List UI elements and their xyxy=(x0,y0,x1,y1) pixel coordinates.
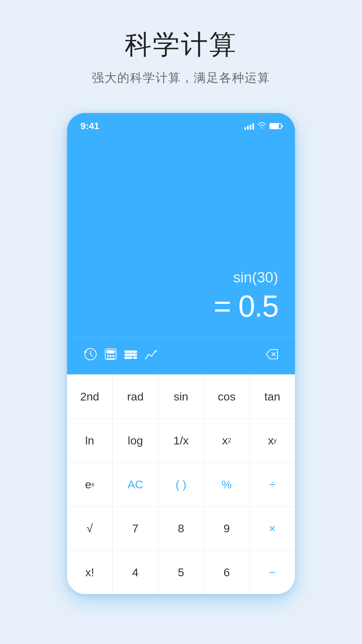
key-9[interactable]: 9 xyxy=(204,506,250,550)
key-square[interactable]: x2 xyxy=(204,419,250,462)
key-exp[interactable]: ex xyxy=(67,463,113,506)
svg-point-4 xyxy=(110,355,111,357)
key-ln[interactable]: ln xyxy=(67,419,113,462)
key-sqrt[interactable]: √ xyxy=(67,506,113,550)
svg-rect-10 xyxy=(125,354,137,356)
key-6[interactable]: 6 xyxy=(204,550,250,594)
wifi-icon xyxy=(257,121,266,131)
key-row-1: 2nd rad sin cos tan xyxy=(67,374,295,418)
phone-mockup: 9:41 sin(30) = 0.5 xyxy=(67,113,295,594)
key-8[interactable]: 8 xyxy=(158,506,204,550)
keyboard-button[interactable] xyxy=(121,344,141,364)
svg-point-8 xyxy=(113,358,114,359)
key-5[interactable]: 5 xyxy=(158,550,204,594)
key-rad[interactable]: rad xyxy=(113,375,158,418)
svg-point-6 xyxy=(107,358,109,359)
key-log[interactable]: log xyxy=(113,419,158,462)
key-multiply[interactable]: × xyxy=(250,506,295,550)
result-display: = 0.5 xyxy=(214,289,278,324)
status-icons xyxy=(244,121,282,131)
svg-point-7 xyxy=(110,358,111,359)
key-reciprocal[interactable]: 1/x xyxy=(158,419,204,462)
expression-display: sin(30) xyxy=(233,269,279,286)
battery-icon xyxy=(269,123,282,129)
key-factorial[interactable]: x! xyxy=(67,550,113,594)
signal-icon xyxy=(244,122,254,130)
display-area: sin(30) = 0.5 xyxy=(67,136,295,337)
key-row-4: √ 7 8 9 × xyxy=(67,506,295,550)
status-time: 9:41 xyxy=(80,121,99,131)
key-4[interactable]: 4 xyxy=(113,550,158,594)
chart-button[interactable] xyxy=(141,344,161,364)
key-tan[interactable]: tan xyxy=(250,375,295,418)
key-cos[interactable]: cos xyxy=(204,375,250,418)
key-parens[interactable]: ( ) xyxy=(158,463,204,506)
key-minus[interactable]: − xyxy=(250,550,295,594)
backspace-button[interactable] xyxy=(261,344,282,364)
svg-point-3 xyxy=(107,355,109,357)
keypad: 2nd rad sin cos tan ln log 1/x x2 xy ex … xyxy=(67,374,295,594)
status-bar: 9:41 xyxy=(67,113,295,136)
key-row-2: ln log 1/x x2 xy xyxy=(67,418,295,462)
svg-rect-11 xyxy=(125,357,132,359)
key-percent[interactable]: % xyxy=(204,463,250,506)
key-7[interactable]: 7 xyxy=(113,506,158,550)
key-divide[interactable]: ÷ xyxy=(250,463,295,506)
key-sin[interactable]: sin xyxy=(158,375,204,418)
page-header: 科学计算 强大的科学计算，满足各种运算 xyxy=(92,27,270,86)
svg-rect-9 xyxy=(125,351,137,353)
key-row-3: ex AC ( ) % ÷ xyxy=(67,462,295,506)
svg-rect-2 xyxy=(107,351,114,353)
page-subtitle: 强大的科学计算，满足各种运算 xyxy=(92,70,270,86)
key-power[interactable]: xy xyxy=(250,419,295,462)
svg-point-5 xyxy=(113,355,114,357)
page-title: 科学计算 xyxy=(92,27,270,63)
key-ac[interactable]: AC xyxy=(113,463,158,506)
calculator-button[interactable] xyxy=(101,344,121,364)
key-row-5: x! 4 5 6 − xyxy=(67,550,295,594)
key-2nd[interactable]: 2nd xyxy=(67,375,113,418)
toolbar xyxy=(67,337,295,374)
svg-rect-12 xyxy=(133,357,137,359)
history-button[interactable] xyxy=(80,344,101,364)
